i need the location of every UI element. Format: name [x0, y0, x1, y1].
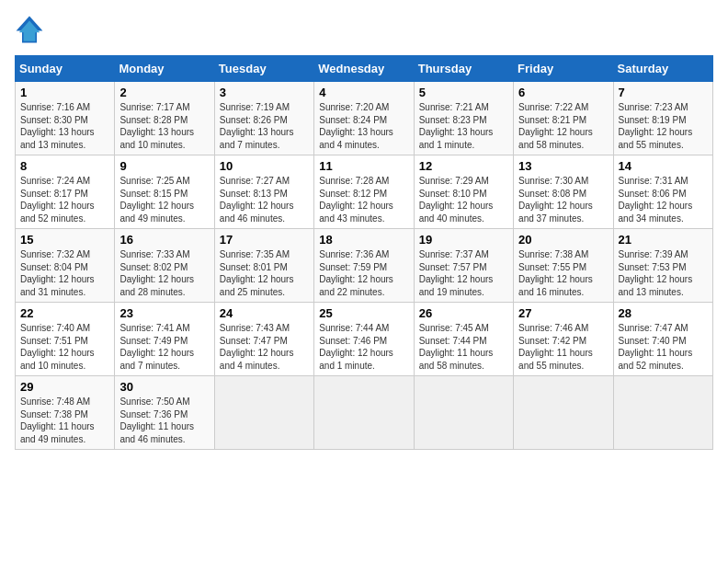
calendar-day-13: 13Sunrise: 7:30 AM Sunset: 8:08 PM Dayli…: [514, 155, 613, 229]
day-info: Sunrise: 7:36 AM Sunset: 7:59 PM Dayligh…: [319, 248, 408, 298]
day-info: Sunrise: 7:44 AM Sunset: 7:46 PM Dayligh…: [319, 322, 408, 372]
day-number: 21: [619, 233, 708, 247]
day-info: Sunrise: 7:30 AM Sunset: 8:08 PM Dayligh…: [518, 175, 608, 224]
day-number: 15: [20, 233, 109, 247]
calendar-day-6: 6Sunrise: 7:22 AM Sunset: 8:21 PM Daylig…: [514, 82, 613, 155]
day-info: Sunrise: 7:19 AM Sunset: 8:26 PM Dayligh…: [220, 101, 309, 151]
calendar-day-23: 23Sunrise: 7:41 AM Sunset: 7:49 PM Dayli…: [115, 303, 214, 376]
calendar-day-20: 20Sunrise: 7:38 AM Sunset: 7:55 PM Dayli…: [514, 229, 613, 303]
day-info: Sunrise: 7:23 AM Sunset: 8:19 PM Dayligh…: [619, 101, 708, 151]
calendar-week-5: 29Sunrise: 7:48 AM Sunset: 7:38 PM Dayli…: [16, 376, 713, 450]
day-number: 14: [619, 159, 708, 173]
col-header-saturday: Saturday: [613, 56, 712, 82]
col-header-thursday: Thursday: [414, 56, 513, 82]
day-number: 27: [518, 306, 608, 320]
day-number: 17: [220, 233, 309, 247]
day-number: 28: [619, 306, 708, 320]
day-info: Sunrise: 7:33 AM Sunset: 8:02 PM Dayligh…: [119, 248, 209, 298]
calendar-day-4: 4Sunrise: 7:20 AM Sunset: 8:24 PM Daylig…: [314, 82, 414, 155]
day-info: Sunrise: 7:35 AM Sunset: 8:01 PM Dayligh…: [220, 248, 309, 298]
day-info: Sunrise: 7:20 AM Sunset: 8:24 PM Dayligh…: [319, 101, 408, 151]
day-number: 16: [119, 233, 209, 247]
empty-cell: [414, 376, 513, 450]
calendar-day-12: 12Sunrise: 7:29 AM Sunset: 8:10 PM Dayli…: [414, 155, 513, 229]
day-info: Sunrise: 7:22 AM Sunset: 8:21 PM Dayligh…: [518, 101, 608, 151]
calendar-day-30: 30Sunrise: 7:50 AM Sunset: 7:36 PM Dayli…: [115, 376, 214, 450]
day-number: 1: [20, 86, 109, 99]
day-info: Sunrise: 7:32 AM Sunset: 8:04 PM Dayligh…: [20, 248, 109, 298]
calendar-week-1: 1Sunrise: 7:16 AM Sunset: 8:30 PM Daylig…: [16, 82, 713, 155]
day-number: 3: [220, 86, 309, 99]
day-info: Sunrise: 7:31 AM Sunset: 8:06 PM Dayligh…: [619, 175, 708, 224]
day-number: 4: [319, 86, 408, 99]
calendar-table: SundayMondayTuesdayWednesdayThursdayFrid…: [15, 55, 713, 450]
page-header: [15, 15, 713, 44]
day-info: Sunrise: 7:27 AM Sunset: 8:13 PM Dayligh…: [220, 175, 309, 224]
day-info: Sunrise: 7:47 AM Sunset: 7:40 PM Dayligh…: [619, 322, 708, 372]
calendar-day-21: 21Sunrise: 7:39 AM Sunset: 7:53 PM Dayli…: [613, 229, 712, 303]
day-number: 18: [319, 233, 408, 247]
day-number: 10: [220, 159, 309, 173]
calendar-day-29: 29Sunrise: 7:48 AM Sunset: 7:38 PM Dayli…: [16, 376, 115, 450]
day-number: 12: [419, 159, 508, 173]
day-info: Sunrise: 7:16 AM Sunset: 8:30 PM Dayligh…: [20, 101, 109, 151]
day-number: 19: [419, 233, 508, 247]
col-header-monday: Monday: [115, 56, 214, 82]
day-info: Sunrise: 7:46 AM Sunset: 7:42 PM Dayligh…: [518, 322, 608, 372]
col-header-tuesday: Tuesday: [214, 56, 313, 82]
day-number: 6: [518, 86, 608, 99]
day-number: 5: [419, 86, 508, 99]
calendar-day-24: 24Sunrise: 7:43 AM Sunset: 7:47 PM Dayli…: [214, 303, 313, 376]
calendar-day-7: 7Sunrise: 7:23 AM Sunset: 8:19 PM Daylig…: [613, 82, 712, 155]
col-header-sunday: Sunday: [16, 56, 115, 82]
calendar-day-10: 10Sunrise: 7:27 AM Sunset: 8:13 PM Dayli…: [214, 155, 313, 229]
logo-icon: [15, 15, 44, 44]
day-number: 9: [119, 159, 209, 173]
logo: [15, 15, 48, 44]
day-info: Sunrise: 7:41 AM Sunset: 7:49 PM Dayligh…: [119, 322, 209, 372]
calendar-day-22: 22Sunrise: 7:40 AM Sunset: 7:51 PM Dayli…: [16, 303, 115, 376]
calendar-day-16: 16Sunrise: 7:33 AM Sunset: 8:02 PM Dayli…: [115, 229, 214, 303]
calendar-week-3: 15Sunrise: 7:32 AM Sunset: 8:04 PM Dayli…: [16, 229, 713, 303]
day-info: Sunrise: 7:37 AM Sunset: 7:57 PM Dayligh…: [419, 248, 508, 298]
day-info: Sunrise: 7:43 AM Sunset: 7:47 PM Dayligh…: [220, 322, 309, 372]
day-number: 7: [619, 86, 708, 99]
day-info: Sunrise: 7:50 AM Sunset: 7:36 PM Dayligh…: [119, 396, 209, 445]
calendar-day-19: 19Sunrise: 7:37 AM Sunset: 7:57 PM Dayli…: [414, 229, 513, 303]
day-number: 22: [20, 306, 109, 320]
calendar-week-2: 8Sunrise: 7:24 AM Sunset: 8:17 PM Daylig…: [16, 155, 713, 229]
day-info: Sunrise: 7:25 AM Sunset: 8:15 PM Dayligh…: [119, 175, 209, 224]
empty-cell: [214, 376, 313, 450]
calendar-day-27: 27Sunrise: 7:46 AM Sunset: 7:42 PM Dayli…: [514, 303, 613, 376]
day-number: 11: [319, 159, 408, 173]
calendar-week-4: 22Sunrise: 7:40 AM Sunset: 7:51 PM Dayli…: [16, 303, 713, 376]
day-number: 25: [319, 306, 408, 320]
day-info: Sunrise: 7:17 AM Sunset: 8:28 PM Dayligh…: [119, 101, 209, 151]
calendar-day-14: 14Sunrise: 7:31 AM Sunset: 8:06 PM Dayli…: [613, 155, 712, 229]
calendar-day-5: 5Sunrise: 7:21 AM Sunset: 8:23 PM Daylig…: [414, 82, 513, 155]
day-number: 30: [119, 380, 209, 394]
day-number: 24: [220, 306, 309, 320]
empty-cell: [613, 376, 712, 450]
empty-cell: [514, 376, 613, 450]
calendar-day-11: 11Sunrise: 7:28 AM Sunset: 8:12 PM Dayli…: [314, 155, 414, 229]
col-header-wednesday: Wednesday: [314, 56, 414, 82]
calendar-day-15: 15Sunrise: 7:32 AM Sunset: 8:04 PM Dayli…: [16, 229, 115, 303]
day-number: 2: [119, 86, 209, 99]
day-number: 26: [419, 306, 508, 320]
day-info: Sunrise: 7:39 AM Sunset: 7:53 PM Dayligh…: [619, 248, 708, 298]
calendar-day-26: 26Sunrise: 7:45 AM Sunset: 7:44 PM Dayli…: [414, 303, 513, 376]
day-info: Sunrise: 7:24 AM Sunset: 8:17 PM Dayligh…: [20, 175, 109, 224]
col-header-friday: Friday: [514, 56, 613, 82]
calendar-day-25: 25Sunrise: 7:44 AM Sunset: 7:46 PM Dayli…: [314, 303, 414, 376]
calendar-day-2: 2Sunrise: 7:17 AM Sunset: 8:28 PM Daylig…: [115, 82, 214, 155]
calendar-day-18: 18Sunrise: 7:36 AM Sunset: 7:59 PM Dayli…: [314, 229, 414, 303]
day-number: 20: [518, 233, 608, 247]
day-number: 8: [20, 159, 109, 173]
calendar-day-9: 9Sunrise: 7:25 AM Sunset: 8:15 PM Daylig…: [115, 155, 214, 229]
day-info: Sunrise: 7:45 AM Sunset: 7:44 PM Dayligh…: [419, 322, 508, 372]
day-info: Sunrise: 7:38 AM Sunset: 7:55 PM Dayligh…: [518, 248, 608, 298]
day-number: 13: [518, 159, 608, 173]
day-number: 29: [20, 380, 109, 394]
calendar-day-3: 3Sunrise: 7:19 AM Sunset: 8:26 PM Daylig…: [214, 82, 313, 155]
